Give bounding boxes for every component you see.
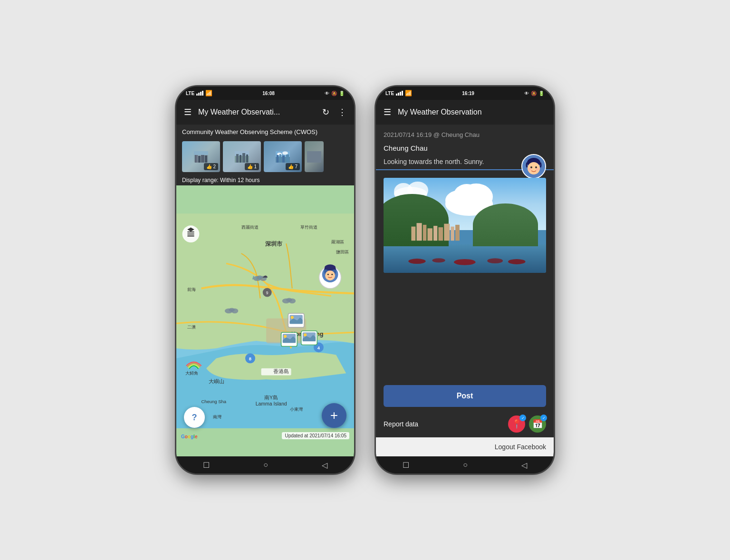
svg-text:8: 8	[249, 356, 251, 361]
menu-icon[interactable]: ☰	[182, 105, 193, 119]
signal-bar-r1	[396, 94, 397, 96]
add-fab[interactable]: +	[322, 403, 346, 428]
main-screen: Community Weather Observing Scheme (CWOS…	[176, 125, 354, 456]
help-icon: ?	[192, 413, 197, 423]
svg-rect-101	[451, 227, 454, 241]
svg-rect-96	[423, 225, 426, 241]
svg-point-90	[453, 184, 480, 208]
svg-rect-5	[205, 155, 207, 163]
like-count-1: 2	[213, 164, 216, 169]
svg-point-75	[331, 274, 333, 275]
status-right-right: 👁 🔕 🔋	[524, 91, 544, 96]
svg-rect-21	[307, 151, 321, 163]
svg-rect-11	[242, 153, 245, 163]
photo-thumb-2[interactable]: 👍 1	[223, 141, 261, 172]
detail-photo[interactable]	[384, 178, 546, 273]
status-bar-left: LTE 📶 16:08 👁 🔕 🔋	[176, 87, 354, 100]
calendar-report-icon-btn[interactable]: 📅 ✓	[529, 415, 546, 433]
google-logo: Google	[181, 434, 197, 439]
notification-icon: 🔕	[331, 91, 337, 96]
nav-back-right[interactable]: ◁	[521, 461, 527, 470]
svg-text:草竹街道: 草竹街道	[300, 224, 317, 230]
cwos-header: Community Weather Observing Scheme (CWOS…	[176, 125, 354, 138]
svg-point-15	[282, 151, 288, 154]
updated-label: Updated at 2021/07/14 16:05	[285, 433, 346, 438]
menu-icon-right[interactable]: ☰	[382, 105, 393, 119]
location-check-badge: ✓	[519, 415, 526, 421]
map-area[interactable]: 深圳市 Hong Kong 香港島 南Y島 Lamma Island 大嶼山 C…	[176, 185, 354, 456]
svg-text:二澳: 二澳	[187, 324, 196, 329]
time-left: 16:08	[262, 91, 275, 96]
like-count-3: 7	[295, 164, 298, 169]
nav-circle-left[interactable]: ○	[263, 461, 268, 469]
svg-point-83	[530, 166, 532, 168]
svg-point-107	[508, 259, 525, 264]
svg-rect-12	[246, 154, 248, 163]
right-phone: LTE 📶 16:19 👁 🔕 🔋 ☰ My Weather Observati…	[375, 85, 555, 475]
status-bar-right: LTE 📶 16:19 👁 🔕 🔋	[376, 87, 554, 100]
thumb-up-icon-1: 👍	[206, 164, 212, 169]
post-button[interactable]: Post	[384, 385, 546, 407]
app-bar-left: ☰ My Weather Observati... ↻ ⋮	[176, 100, 354, 125]
help-fab[interactable]: ?	[184, 407, 205, 428]
nav-back-left[interactable]: ◁	[322, 461, 327, 470]
timestamp-text: 2021/07/14 16:19 @ Cheung Chau	[384, 131, 480, 138]
photo-thumb-3[interactable]: 👍 7	[264, 141, 302, 172]
calendar-check-badge: ✓	[540, 415, 547, 421]
status-left: LTE 📶	[186, 90, 212, 97]
location-report-icon-btn[interactable]: 📍 ✓	[508, 415, 525, 433]
nav-square-left[interactable]: ☐	[203, 461, 210, 470]
svg-rect-3	[198, 156, 201, 163]
svg-text:大鱘角: 大鱘角	[185, 370, 198, 376]
nav-bar-right: ☐ ○ ◁	[376, 456, 554, 473]
svg-point-68	[304, 333, 307, 336]
thumb-image-4	[305, 141, 324, 172]
svg-point-84	[535, 166, 537, 168]
svg-text:香港島: 香港島	[273, 368, 289, 374]
photo-thumb-1[interactable]: 👍 2	[182, 141, 220, 172]
status-left-right: LTE 📶	[385, 90, 412, 97]
nav-square-right[interactable]: ☐	[403, 461, 409, 470]
svg-text:鹽田區: 鹽田區	[336, 249, 349, 254]
signal-bars	[196, 91, 203, 96]
time-right: 16:19	[462, 91, 474, 96]
more-icon[interactable]: ⋮	[336, 105, 348, 119]
svg-text:南灣: 南灣	[213, 414, 221, 419]
svg-text:小東灣: 小東灣	[290, 406, 303, 412]
town	[408, 216, 513, 246]
refresh-icon[interactable]: ↻	[320, 105, 331, 119]
photo-thumb-4[interactable]	[305, 141, 324, 172]
wifi-icon: 📶	[205, 90, 212, 97]
svg-point-65	[284, 335, 287, 338]
svg-rect-10	[240, 155, 241, 163]
svg-text:Cheung Sha: Cheung Sha	[202, 399, 227, 404]
battery-icon-right: 🔋	[538, 91, 544, 96]
carrier-text-right: LTE	[385, 91, 394, 96]
signal-bars-right	[396, 91, 403, 96]
svg-rect-95	[417, 223, 422, 241]
svg-text:前海: 前海	[187, 287, 196, 292]
app-title-right: My Weather Observation	[398, 108, 548, 116]
post-label: Post	[457, 392, 473, 400]
logout-button[interactable]: Logout Facebook	[495, 443, 546, 451]
logout-bar: Logout Facebook	[376, 437, 554, 456]
signal-bar-r4	[402, 91, 403, 96]
signal-bar-2	[198, 93, 200, 96]
svg-rect-77	[187, 232, 194, 232]
report-icons: 📍 ✓ 📅 ✓	[508, 415, 546, 433]
location-text: Cheung Chau	[384, 144, 428, 152]
svg-rect-97	[428, 228, 432, 241]
map-updated-text: Updated at 2021/07/14 16:05	[282, 432, 349, 439]
svg-text:南Y島: 南Y島	[264, 395, 278, 400]
notification-icon-right: 🔕	[531, 91, 537, 96]
detail-screen: 2021/07/14 16:19 @ Cheung Chau Cheung Ch…	[376, 125, 554, 456]
signal-bar-r2	[398, 93, 399, 96]
cwos-title: Community Weather Observing Scheme (CWOS…	[182, 128, 317, 135]
report-row: Report data 📍 ✓ 📅 ✓	[376, 411, 554, 437]
display-range-text: Display range: Within 12 hours	[182, 177, 259, 183]
nav-circle-right[interactable]: ○	[463, 461, 468, 469]
carrier-text: LTE	[186, 91, 194, 96]
svg-rect-99	[439, 227, 443, 241]
signal-bar-4	[202, 91, 203, 96]
svg-point-62	[291, 316, 294, 319]
